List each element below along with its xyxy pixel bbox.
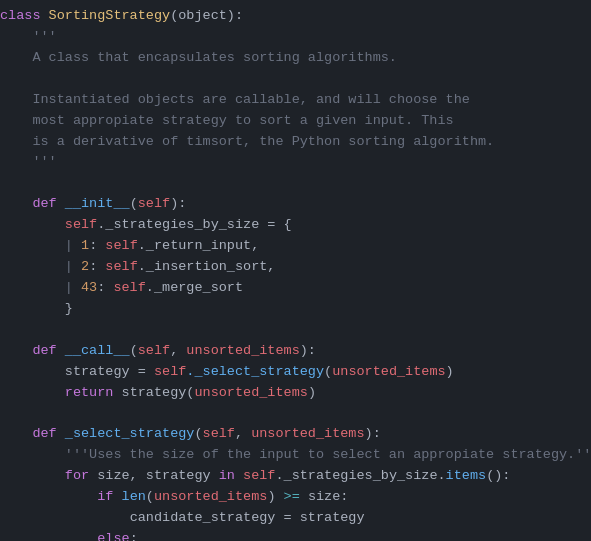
code-line: if len(unsorted_items) >= size: xyxy=(0,487,591,508)
code-line: class SortingStrategy(object): xyxy=(0,6,591,27)
code-line: ''' xyxy=(0,152,591,173)
code-line: '''Uses the size of the input to select … xyxy=(0,445,591,466)
code-line xyxy=(0,320,591,341)
code-line: def __init__(self): xyxy=(0,194,591,215)
code-line: strategy = self._select_strategy(unsorte… xyxy=(0,362,591,383)
code-line: } xyxy=(0,299,591,320)
code-line: candidate_strategy = strategy xyxy=(0,508,591,529)
code-line: self._strategies_by_size = { xyxy=(0,215,591,236)
code-line: for size, strategy in self._strategies_b… xyxy=(0,466,591,487)
code-editor: class SortingStrategy(object): ''' A cla… xyxy=(0,0,591,541)
code-line: def _select_strategy(self, unsorted_item… xyxy=(0,424,591,445)
code-line: A class that encapsulates sorting algori… xyxy=(0,48,591,69)
code-line: most appropiate strategy to sort a given… xyxy=(0,111,591,132)
code-line xyxy=(0,69,591,90)
code-line: | 1: self._return_input, xyxy=(0,236,591,257)
code-line: Instantiated objects are callable, and w… xyxy=(0,90,591,111)
code-line: else: xyxy=(0,529,591,541)
code-line: ''' xyxy=(0,27,591,48)
code-line xyxy=(0,173,591,194)
code-line: return strategy(unsorted_items) xyxy=(0,383,591,404)
code-line: | 43: self._merge_sort xyxy=(0,278,591,299)
code-line: | 2: self._insertion_sort, xyxy=(0,257,591,278)
code-line: def __call__(self, unsorted_items): xyxy=(0,341,591,362)
code-line: is a derivative of timsort, the Python s… xyxy=(0,132,591,153)
code-line xyxy=(0,404,591,425)
